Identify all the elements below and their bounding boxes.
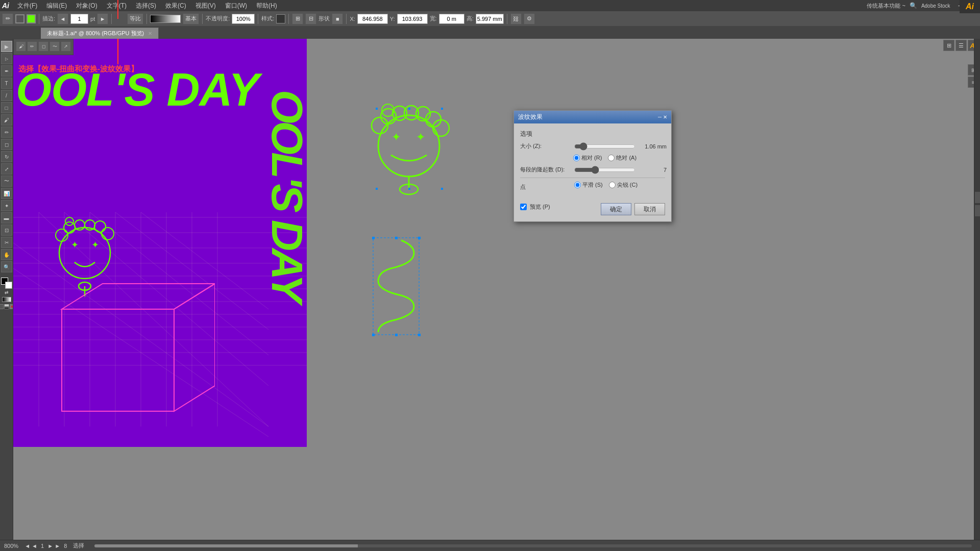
artboard-tool[interactable]: ⊡ <box>1 224 12 236</box>
right-panel-btn-1[interactable] <box>975 192 980 203</box>
more-options-icon[interactable]: ⚙ <box>524 13 535 24</box>
cancel-button[interactable]: 取消 <box>634 203 665 215</box>
w-label: 宽: <box>430 15 437 22</box>
stroke-arrow-btn[interactable]: ◄ <box>57 13 68 24</box>
page-nav-next2[interactable]: ► <box>55 543 60 549</box>
artboard[interactable]: OOL'S DAY ✦ ✦ <box>13 39 307 447</box>
stroke-arrow-right[interactable]: ► <box>97 13 108 24</box>
menu-text[interactable]: 文字(T) <box>103 1 131 11</box>
sep5 <box>258 14 258 24</box>
preview-checkbox[interactable] <box>520 204 527 210</box>
list-view-icon[interactable]: ☰ <box>955 40 967 51</box>
w-input[interactable] <box>439 14 464 24</box>
shape-btn[interactable]: ■ <box>332 13 343 24</box>
direct-select-tool[interactable]: ▷ <box>1 53 12 64</box>
clown-standalone-svg: ✦ ✦ <box>350 74 468 222</box>
menu-file[interactable]: 文件(F) <box>13 1 41 11</box>
brush-icon[interactable]: ✏ <box>2 13 13 24</box>
slice-tool[interactable]: ✂ <box>1 237 12 248</box>
points-row: 点 平滑 (S) 尖锐 (C) <box>520 181 665 193</box>
swap-colors-btn[interactable]: ⇄ <box>5 290 9 295</box>
type-tool[interactable]: T <box>1 78 12 89</box>
rect-tool[interactable]: □ <box>1 102 12 113</box>
brush-tool[interactable]: 🖌 <box>1 114 12 126</box>
eraser-tool[interactable]: ◻ <box>1 139 12 150</box>
dialog-title-bar[interactable]: 波纹效果 ─ ✕ <box>514 111 671 123</box>
tab-close-btn[interactable]: ✕ <box>148 31 152 36</box>
menu-select[interactable]: 选择(S) <box>132 1 160 11</box>
segments-label: 每段的隆起数 (D): <box>520 166 571 173</box>
corner-radio[interactable] <box>609 182 616 188</box>
warp-tool[interactable]: 〜 <box>1 176 12 187</box>
rotate-tool[interactable]: ↻ <box>1 151 12 162</box>
equal-ratio-select[interactable]: 等比 <box>127 13 143 24</box>
dialog-close-btn[interactable]: ✕ <box>663 114 667 120</box>
zoom-tool[interactable]: 🔍 <box>1 261 12 272</box>
size-slider[interactable] <box>574 143 635 150</box>
menu-object[interactable]: 对象(O) <box>72 1 101 11</box>
gradient-box[interactable] <box>2 297 11 302</box>
relative-radio-label[interactable]: 相对 (R) <box>573 154 602 162</box>
svg-rect-61 <box>441 108 443 110</box>
proportional-icon[interactable]: ⛓ <box>510 13 522 24</box>
color-mode-none[interactable]: ✕ <box>10 304 14 309</box>
h-input[interactable] <box>476 14 504 24</box>
search-icon[interactable]: 🔍 <box>910 2 917 9</box>
swatch-pair[interactable] <box>1 278 12 289</box>
hand-tool[interactable]: ✋ <box>1 249 12 260</box>
float-smooth[interactable]: 〜 <box>50 41 60 52</box>
color-mode-btns: ✕ <box>0 304 13 309</box>
stroke-width-input[interactable]: 1 <box>70 14 88 24</box>
ok-button[interactable]: 确定 <box>601 203 631 215</box>
dialog-min-btn[interactable]: ─ <box>658 114 662 120</box>
menu-view[interactable]: 视图(V) <box>191 1 220 11</box>
align-icon[interactable]: ⊟ <box>305 13 316 24</box>
float-brush[interactable]: 🖌 <box>16 41 26 52</box>
relative-radio[interactable] <box>573 155 580 161</box>
red-arrow-svg <box>113 39 123 69</box>
scale-tool[interactable]: ⤢ <box>1 163 12 174</box>
stroke-gradient-bar[interactable] <box>150 15 181 23</box>
line-tool[interactable]: / <box>1 90 12 101</box>
graph-tool[interactable]: 📊 <box>1 188 12 199</box>
opacity-input[interactable]: 100% <box>232 14 255 24</box>
document-tab[interactable]: 未标题-1.ai* @ 800% (RGB/GPU 预览) ✕ <box>41 28 159 39</box>
page-nav-next[interactable]: ► <box>47 543 53 549</box>
float-arrow[interactable]: ↗ <box>61 41 71 52</box>
menu-effect[interactable]: 效果(C) <box>161 1 190 11</box>
select-tool[interactable]: ▶ <box>1 41 12 52</box>
page-nav-prev[interactable]: ◄ <box>24 543 30 549</box>
grid-view-icon[interactable]: ⊞ <box>943 40 954 51</box>
right-panel-btn-2[interactable] <box>975 205 980 216</box>
column-graph-tool[interactable]: ▬ <box>1 212 12 223</box>
menu-bar: Ai 文件(F) 编辑(E) 对象(O) 文字(T) 选择(S) 效果(C) 视… <box>0 0 980 11</box>
y-input[interactable] <box>397 14 428 24</box>
fill-color-box[interactable] <box>27 14 36 23</box>
absolute-radio-label[interactable]: 绝对 (A) <box>608 154 636 162</box>
smooth-radio-label[interactable]: 平滑 (S) <box>574 181 603 189</box>
x-input[interactable] <box>357 14 388 24</box>
absolute-radio[interactable] <box>608 155 615 161</box>
symbol-tool[interactable]: ✦ <box>1 200 12 211</box>
menu-window[interactable]: 窗口(W) <box>221 1 251 11</box>
menu-edit[interactable]: 编辑(E) <box>42 1 71 11</box>
transform-icon[interactable]: ⊞ <box>292 13 303 24</box>
stroke-color-box[interactable] <box>15 14 24 23</box>
corner-radio-label[interactable]: 尖锐 (C) <box>609 181 638 189</box>
color-mode-gradient[interactable] <box>4 304 9 309</box>
svg-rect-72 <box>395 334 398 336</box>
base-label-btn[interactable]: 基本 <box>183 13 199 24</box>
float-pencil[interactable]: ✏ <box>27 41 37 52</box>
pen-tool[interactable]: ✒ <box>1 65 12 77</box>
float-eraser[interactable]: ◻ <box>38 41 48 52</box>
pencil-tool[interactable]: ✏ <box>1 127 12 138</box>
smooth-radio[interactable] <box>574 182 581 188</box>
menu-help[interactable]: 帮助(H) <box>252 1 281 11</box>
segments-slider[interactable] <box>574 166 635 173</box>
svg-marker-43 <box>174 284 215 411</box>
style-color-box[interactable] <box>276 14 285 23</box>
canvas-area[interactable]: 🖌 ✏ ◻ 〜 ↗ 选择【效果-扭曲和变换-波纹效果】 <box>13 39 980 540</box>
color-mode-solid[interactable] <box>0 304 4 309</box>
background-swatch[interactable] <box>5 282 12 289</box>
page-nav-prev2[interactable]: ◄ <box>32 543 37 549</box>
